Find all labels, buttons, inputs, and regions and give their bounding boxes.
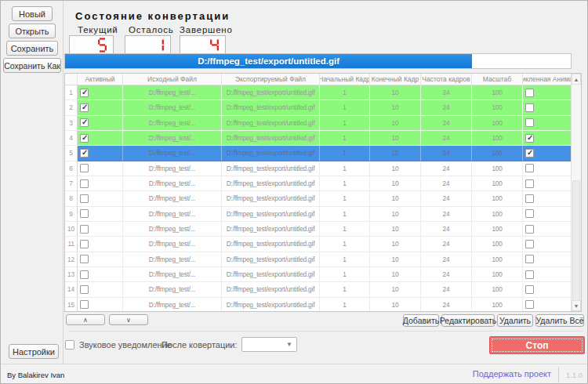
- table-row[interactable]: 9D:/ffmpeg_test/...D:/ffmpeg_test/export…: [65, 207, 581, 222]
- framerate-cell: 24: [421, 252, 472, 267]
- table-row[interactable]: 4D:/ffmpeg_test/...D:/ffmpeg_test/export…: [65, 131, 581, 146]
- active-checkbox[interactable]: [80, 300, 89, 309]
- active-checkbox[interactable]: [80, 194, 89, 203]
- stop-button[interactable]: Стоп: [489, 336, 585, 354]
- vertical-scrollbar[interactable]: ▲ ▼: [571, 74, 581, 311]
- column-header-7[interactable]: Масштаб: [472, 74, 523, 85]
- active-checkbox[interactable]: [80, 270, 89, 279]
- active-checkbox[interactable]: [80, 255, 89, 263]
- move-row-up-button[interactable]: ∧: [66, 314, 105, 325]
- framerate-cell: 24: [421, 161, 472, 176]
- loop-animation-checkbox[interactable]: [525, 209, 534, 218]
- framerate-cell: 24: [421, 207, 472, 222]
- source-file-cell: D:/ffmpeg_test/...: [123, 252, 222, 267]
- active-checkbox[interactable]: [80, 225, 89, 234]
- column-header-3[interactable]: Экспортируемый Файл: [222, 74, 320, 85]
- save-as-button[interactable]: Сохранить Как: [3, 58, 61, 73]
- open-button[interactable]: Открыть: [9, 24, 56, 38]
- scale-cell: 100: [472, 131, 523, 146]
- column-header-rownum[interactable]: [65, 74, 78, 85]
- table-row[interactable]: 14D:/ffmpeg_test/...D:/ffmpeg_test/expor…: [65, 282, 581, 297]
- loop-animation-checkbox[interactable]: [525, 225, 534, 234]
- sound-notification-checkbox[interactable]: [65, 340, 74, 350]
- settings-button[interactable]: Настройки: [9, 344, 59, 359]
- loop-animation-checkbox[interactable]: [525, 118, 534, 127]
- column-header-8[interactable]: икленная Анима: [523, 74, 572, 85]
- active-checkbox[interactable]: [80, 179, 89, 188]
- export-file-cell: D:/ffmpeg_test/export/untitled.gif: [222, 116, 320, 131]
- support-project-link[interactable]: Поддержать проект: [473, 369, 551, 379]
- end-frame-cell: 10: [370, 267, 421, 282]
- framerate-cell: 24: [421, 267, 472, 282]
- export-file-cell: D:/ffmpeg_test/export/untitled.gif: [222, 282, 320, 297]
- after-conversion-select[interactable]: ▼: [241, 337, 297, 352]
- active-checkbox[interactable]: [80, 209, 89, 218]
- loop-animation-checkbox[interactable]: [525, 149, 534, 158]
- active-checkbox[interactable]: [80, 164, 89, 172]
- table-row[interactable]: 6D:/ffmpeg_test/...D:/ffmpeg_test/export…: [65, 161, 581, 176]
- edit-button[interactable]: Редактировать: [441, 314, 495, 327]
- table-row[interactable]: 15D:/ffmpeg_test/...D:/ffmpeg_test/expor…: [65, 298, 581, 312]
- author-credit: By Balakirev Ivan: [7, 371, 64, 379]
- active-checkbox[interactable]: [80, 103, 89, 112]
- delete-button[interactable]: Удалить: [497, 314, 533, 327]
- table-row[interactable]: 2D:/ffmpeg_test/...D:/ffmpeg_test/export…: [65, 100, 581, 115]
- start-frame-cell: 1: [320, 207, 370, 222]
- start-frame-cell: 1: [320, 146, 370, 161]
- row-number: 3: [65, 116, 78, 131]
- column-header-5[interactable]: Конечный Кадр: [370, 74, 421, 85]
- active-checkbox[interactable]: [80, 89, 89, 97]
- framerate-cell: 24: [421, 282, 472, 297]
- column-header-1[interactable]: Активный: [78, 74, 123, 85]
- loop-animation-checkbox[interactable]: [525, 103, 534, 112]
- loop-animation-checkbox[interactable]: [525, 194, 534, 203]
- start-frame-cell: 1: [320, 267, 370, 282]
- start-frame-cell: 1: [320, 282, 370, 297]
- table-header-row: АктивныйИсходный ФайлЭкспортируемый Файл…: [65, 74, 581, 85]
- table-row[interactable]: 1D:/ffmpeg_test/...D:/ffmpeg_test/export…: [65, 85, 581, 100]
- loop-animation-checkbox[interactable]: [525, 179, 534, 188]
- scrollbar-thumb[interactable]: [572, 180, 580, 301]
- table-row[interactable]: 8D:/ffmpeg_test/...D:/ffmpeg_test/export…: [65, 191, 581, 206]
- export-file-cell: D:/ffmpeg_test/export/untitled.gif: [222, 252, 320, 267]
- loop-animation-checkbox[interactable]: [525, 300, 534, 309]
- table-row[interactable]: 5D:/ffmpeg_test/...D:/ffmpeg_test/export…: [65, 146, 581, 161]
- loop-animation-checkbox[interactable]: [525, 255, 534, 263]
- loop-animation-checkbox[interactable]: [525, 270, 534, 279]
- loop-animation-checkbox[interactable]: [525, 240, 534, 248]
- table-row[interactable]: 13D:/ffmpeg_test/...D:/ffmpeg_test/expor…: [65, 267, 581, 282]
- row-number: 9: [65, 207, 78, 222]
- active-checkbox[interactable]: [80, 118, 89, 127]
- column-header-6[interactable]: Частота кадров: [421, 74, 472, 85]
- move-row-down-button[interactable]: ∨: [109, 314, 148, 325]
- delete-all-button[interactable]: Удалить Всё: [535, 314, 584, 327]
- active-checkbox[interactable]: [80, 240, 89, 248]
- column-header-4[interactable]: Начальный Кадр: [320, 74, 370, 85]
- table-row[interactable]: 10D:/ffmpeg_test/...D:/ffmpeg_test/expor…: [65, 222, 581, 237]
- export-file-cell: D:/ffmpeg_test/export/untitled.gif: [222, 161, 320, 176]
- section-separator: [68, 331, 584, 331]
- source-file-cell: D:/ffmpeg_test/...: [123, 176, 222, 191]
- active-checkbox[interactable]: [80, 149, 89, 158]
- save-button[interactable]: Сохранить: [6, 41, 58, 56]
- scroll-up-icon[interactable]: ▲: [572, 74, 581, 85]
- active-checkbox[interactable]: [80, 285, 89, 294]
- table-row[interactable]: 12D:/ffmpeg_test/...D:/ffmpeg_test/expor…: [65, 252, 581, 267]
- active-checkbox-cell: [78, 191, 123, 206]
- table-row[interactable]: 7D:/ffmpeg_test/...D:/ffmpeg_test/export…: [65, 176, 581, 191]
- table-row[interactable]: 3D:/ffmpeg_test/...D:/ffmpeg_test/export…: [65, 116, 581, 131]
- column-header-2[interactable]: Исходный Файл: [123, 74, 222, 85]
- loop-animation-checkbox[interactable]: [525, 164, 534, 172]
- table-row[interactable]: 11D:/ffmpeg_test/...D:/ffmpeg_test/expor…: [65, 237, 581, 252]
- add-button[interactable]: Добавить: [403, 314, 439, 327]
- scroll-down-icon[interactable]: ▼: [572, 300, 581, 311]
- loop-animation-checkbox[interactable]: [525, 134, 534, 143]
- loop-checkbox-cell: [523, 146, 572, 161]
- loop-animation-checkbox[interactable]: [525, 285, 534, 294]
- active-checkbox[interactable]: [80, 134, 89, 143]
- progress-file-path: D:/ffmpeg_test/export/untitled.gif: [198, 56, 339, 66]
- loop-checkbox-cell: [523, 100, 572, 115]
- loop-animation-checkbox[interactable]: [525, 89, 534, 97]
- new-button[interactable]: Новый: [12, 6, 53, 21]
- after-conversion-label: После ковертации:: [162, 340, 238, 350]
